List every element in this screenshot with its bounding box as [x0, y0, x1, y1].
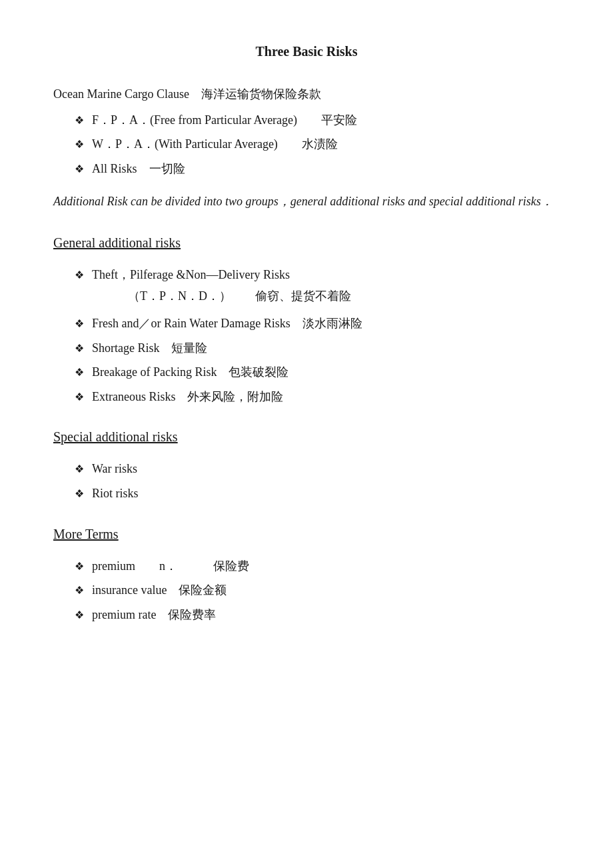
diamond-icon: ❖: [75, 581, 84, 599]
list-item: ❖ Fresh and／or Rain Water Damage Risks 淡…: [75, 313, 560, 334]
diamond-icon: ❖: [75, 135, 84, 153]
diamond-icon: ❖: [75, 111, 84, 129]
list-item: ❖ W．P．A．(With Particular Average) 水渍险: [75, 134, 560, 155]
page-title: Three Basic Risks: [53, 40, 560, 63]
list-item: ❖ All Risks 一切险: [75, 159, 560, 179]
italic-block: Additional Risk can be divided into two …: [53, 191, 560, 212]
special-risk-war: War risks: [92, 459, 137, 479]
diamond-icon: ❖: [75, 557, 84, 575]
basic-risk-wpa: W．P．A．(With Particular Average) 水渍险: [92, 134, 338, 155]
list-item: ❖ premium n． 保险费: [75, 556, 560, 577]
special-section-heading: Special additional risks: [53, 425, 560, 448]
list-item: ❖ premium rate 保险费率: [75, 605, 560, 625]
diamond-icon: ❖: [75, 266, 84, 284]
diamond-icon: ❖: [75, 485, 84, 503]
list-item: ❖ War risks: [75, 459, 560, 479]
diamond-icon: ❖: [75, 339, 84, 357]
basic-risks-list: ❖ F．P．A．(Free from Particular Average) 平…: [75, 110, 560, 179]
list-item: ❖ F．P．A．(Free from Particular Average) 平…: [75, 110, 560, 131]
term-premium-rate: premium rate 保险费率: [92, 605, 216, 625]
list-item: ❖ Shortage Risk 短量险: [75, 338, 560, 359]
list-item: ❖ insurance value 保险金额: [75, 580, 560, 601]
general-risk-shortage: Shortage Risk 短量险: [92, 338, 208, 359]
diamond-icon: ❖: [75, 460, 84, 478]
term-premium: premium n． 保险费: [92, 556, 249, 577]
general-section-heading: General additional risks: [53, 231, 560, 254]
general-risk-freshwater: Fresh and／or Rain Water Damage Risks 淡水雨…: [92, 313, 362, 334]
general-risk-breakage: Breakage of Packing Risk 包装破裂险: [92, 362, 289, 383]
general-risk-theft: Theft，Pilferage &Non—Delivery Risks: [92, 265, 290, 285]
more-terms-list: ❖ premium n． 保险费 ❖ insurance value 保险金额 …: [75, 556, 560, 625]
basic-risk-allrisks: All Risks 一切险: [92, 159, 185, 179]
more-terms-heading: More Terms: [53, 523, 560, 545]
list-item: ❖ Theft，Pilferage &Non—Delivery Risks （T…: [75, 265, 560, 309]
general-risk-theft-sub: （T．P．N．D．） 偷窃、提货不着险: [128, 286, 351, 307]
special-risks-list: ❖ War risks ❖ Riot risks: [75, 459, 560, 503]
diamond-icon: ❖: [75, 363, 84, 381]
diamond-icon: ❖: [75, 160, 84, 178]
list-item: ❖ Extraneous Risks 外来风险，附加险: [75, 387, 560, 407]
intro-label: Ocean Marine Cargo Clause 海洋运输货物保险条款: [53, 84, 560, 105]
diamond-icon: ❖: [75, 606, 84, 624]
list-item: ❖ Riot risks: [75, 483, 560, 504]
term-insurance-value: insurance value 保险金额: [92, 580, 227, 601]
general-risk-extraneous: Extraneous Risks 外来风险，附加险: [92, 387, 284, 407]
diamond-icon: ❖: [75, 315, 84, 333]
basic-risk-fpa: F．P．A．(Free from Particular Average) 平安险: [92, 110, 357, 131]
diamond-icon: ❖: [75, 388, 84, 406]
general-risks-list: ❖ Theft，Pilferage &Non—Delivery Risks （T…: [75, 265, 560, 407]
list-item: ❖ Breakage of Packing Risk 包装破裂险: [75, 362, 560, 383]
special-risk-riot: Riot risks: [92, 483, 139, 504]
